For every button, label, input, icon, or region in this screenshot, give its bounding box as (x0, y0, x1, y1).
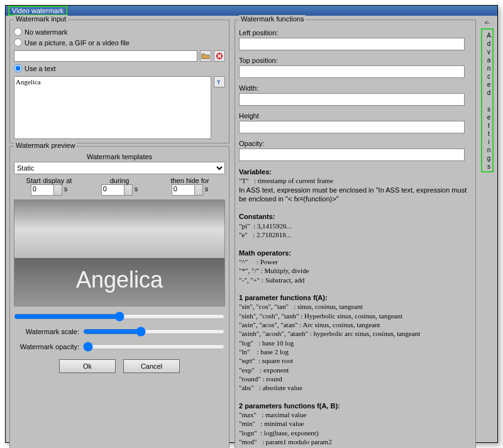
dialog-window: Video watermark Watermark input No water… (5, 5, 498, 443)
preview-watermark-text: Angelica (14, 267, 224, 293)
doc-line: In ASS text, expression must be enclosed… (239, 186, 467, 203)
left-position-label: Left position: (239, 29, 472, 36)
timeline-slider[interactable] (14, 311, 225, 322)
start-spinner[interactable] (31, 184, 62, 196)
doc-line: "mod" : param1 modulo param2 (239, 438, 332, 445)
hide-value[interactable] (174, 185, 194, 193)
collapse-arrow-icon: <- (481, 20, 494, 28)
doc-line: "sqrt" : square root (239, 357, 293, 364)
radio-none-label: No watermark (25, 28, 67, 36)
watermark-text-input[interactable]: Angelica (14, 76, 211, 139)
watermark-functions-group: Watermark functions Left position: Top p… (235, 20, 476, 448)
group-title: Watermark functions (239, 15, 306, 23)
unit-s: s (64, 185, 68, 193)
radio-no-watermark[interactable]: No watermark (14, 28, 225, 36)
width-input[interactable] (239, 93, 465, 106)
height-input[interactable] (239, 121, 465, 133)
left-column: Watermark input No watermark Use a pictu… (9, 20, 229, 448)
doc-line: "min" : minimal value (239, 420, 304, 427)
group-title: Watermark preview (14, 142, 77, 149)
advanced-settings-label: Advanced settings (481, 28, 494, 172)
file-path-row (14, 50, 225, 62)
top-position-label: Top position: (239, 57, 472, 64)
titlebar[interactable]: Video watermark (6, 6, 497, 16)
preview-viewport: Angelica (14, 199, 225, 306)
hide-col: then hide for s (155, 177, 225, 196)
opacity-label: Watermark opacity: (14, 343, 83, 350)
opacity-fn-input[interactable] (239, 148, 465, 161)
scale-row: Watermark scale: (14, 327, 225, 337)
button-row: Ok Cancel (14, 354, 225, 376)
doc-line: "T" : timestamp of current frame (239, 177, 333, 184)
watermark-preview-group: Watermark preview Watermark templates St… (9, 146, 229, 448)
during-value[interactable] (103, 185, 123, 193)
doc-line: "sinh", "cosh", "tanh" : Hyperbolic sinu… (239, 312, 402, 320)
templates-label: Watermark templates (14, 153, 225, 160)
during-col: during s (84, 177, 155, 196)
ok-button[interactable]: Ok (59, 359, 116, 373)
radio-text-input[interactable] (14, 64, 22, 72)
doc-line: "exp" : exponent (239, 366, 289, 374)
unit-s: s (135, 185, 138, 193)
text-icon: T (215, 77, 224, 86)
template-select[interactable]: Static (14, 162, 225, 174)
variables-heading: Variables: (239, 168, 272, 176)
advanced-settings-toggle[interactable]: <- Advanced settings (481, 20, 494, 448)
f1-heading: 1 parameter functions f(A): (239, 294, 328, 301)
f2-heading: 2 parameters functions f(A, B): (239, 402, 340, 410)
folder-icon (201, 52, 210, 60)
radio-use-text[interactable]: Use a text (14, 64, 225, 72)
text-style-button[interactable]: T (214, 76, 225, 87)
during-spinner[interactable] (101, 184, 133, 196)
doc-line: "abs" : absolute value (239, 384, 302, 391)
window-title: Video watermark (8, 6, 67, 16)
watermark-input-group: Watermark input No watermark Use a pictu… (9, 20, 229, 143)
group-title: Watermark input (14, 15, 68, 23)
help-doc: Variables: "T" : timestamp of current fr… (239, 167, 472, 448)
radio-text-label: Use a text (25, 65, 56, 72)
radio-none-input[interactable] (14, 28, 22, 36)
radio-file-label: Use a picture, a GIF or a video file (25, 39, 130, 47)
doc-line: "-", "+" : Substract, add (239, 276, 304, 284)
scale-label: Watermark scale: (14, 328, 83, 335)
opacity-fn-label: Opacity: (239, 140, 472, 147)
file-path-input[interactable] (14, 50, 197, 62)
start-label: Start display at (14, 177, 84, 184)
hide-spinner[interactable] (172, 184, 203, 196)
scale-slider[interactable] (83, 327, 225, 337)
radio-use-file[interactable]: Use a picture, a GIF or a video file (14, 38, 225, 47)
height-label: Height (239, 112, 472, 120)
doc-line: "pi" : 3,1415926... (239, 222, 292, 230)
delete-icon (215, 52, 224, 60)
doc-line: "asinh", "acosh", "atanh" : hyperbolic a… (239, 330, 420, 337)
doc-line: "^" : Power (239, 258, 278, 266)
math-heading: Math operators: (239, 249, 291, 257)
cancel-button[interactable]: Cancel (123, 359, 180, 373)
top-position-input[interactable] (239, 65, 465, 78)
doc-line: "*", "/" : Multiply, divide (239, 267, 309, 274)
unit-s: s (205, 185, 209, 193)
start-display-col: Start display at s (14, 177, 84, 196)
opacity-slider[interactable] (83, 342, 225, 352)
width-label: Width: (239, 84, 472, 92)
clear-file-button[interactable] (214, 50, 225, 62)
opacity-row: Watermark opacity: (14, 342, 225, 352)
doc-line: "asin", "acos", "atan" : Arc sinus, cosi… (239, 321, 380, 328)
dialog-body: Watermark input No watermark Use a pictu… (6, 16, 497, 448)
doc-line: "sin", "cos", "tan" : sinus, cosinus, ta… (239, 303, 363, 310)
doc-line: "log" : base 10 log (239, 339, 294, 347)
start-value[interactable] (33, 185, 53, 193)
svg-text:T: T (217, 79, 221, 86)
left-position-input[interactable] (239, 38, 465, 50)
radio-file-input[interactable] (14, 38, 22, 47)
hide-label: then hide for (155, 177, 225, 184)
preview-sky (14, 200, 224, 258)
during-label: during (84, 177, 155, 184)
doc-line: "e" : 2.7182818... (239, 231, 291, 238)
doc-line: "logn" : log(base, exponent) (239, 429, 319, 437)
doc-line: "round" : round (239, 375, 282, 383)
timing-row: Start display at s during s then hide fo… (14, 177, 225, 196)
doc-line: "max" : maximal value (239, 411, 306, 418)
browse-button[interactable] (200, 50, 211, 62)
text-input-row: Angelica T (14, 76, 225, 139)
